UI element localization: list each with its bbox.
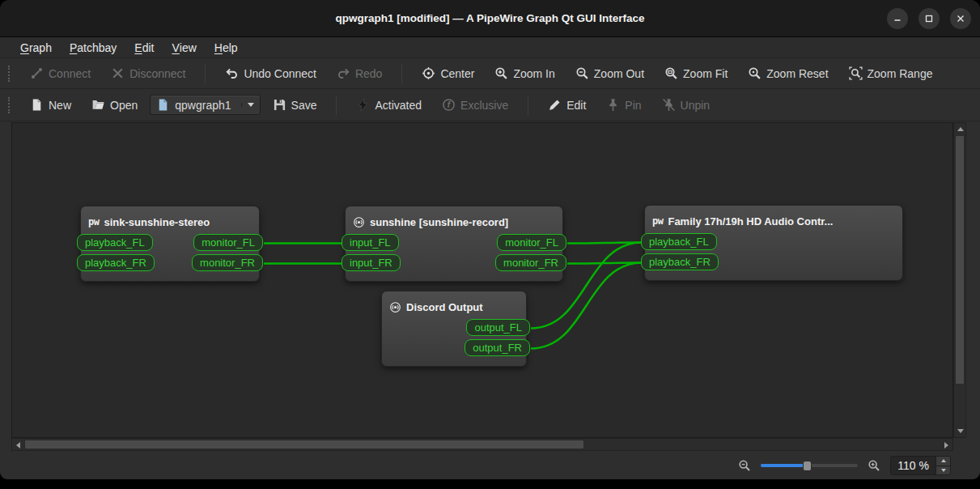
node-title-bar[interactable]: sunshine [sunshine-record] [346, 206, 562, 232]
tool-zoom-in[interactable]: Zoom In [486, 62, 562, 84]
tool-label: Pin [625, 99, 641, 112]
tool-zoom-fit[interactable]: Zoom Fit [656, 62, 736, 84]
zoom-fit-icon [664, 66, 678, 80]
tool-zoom-range[interactable]: Zoom Range [841, 62, 941, 84]
zoom-value: 110 % [891, 457, 935, 474]
tool-pin[interactable]: Pin [598, 94, 649, 116]
titlebar[interactable]: qpwgraph1 [modified] — A PipeWire Graph … [0, 0, 980, 37]
port-playback-fr[interactable]: playback_FR [77, 254, 155, 271]
node-sink[interactable]: pwsink-sunshine-stereoplayback_FLplaybac… [80, 206, 260, 282]
node-title: sink-sunshine-stereo [104, 216, 210, 228]
patchbay-profile-combo[interactable]: qpwgraph1 [150, 95, 260, 115]
port-output-fr[interactable]: output_FR [465, 339, 530, 356]
tool-label: Edit [566, 99, 586, 112]
zoom-spinbox[interactable]: 110 % [890, 456, 951, 475]
window-controls [887, 0, 971, 36]
combo-dropdown-arrow-icon[interactable] [241, 103, 254, 107]
zoom-out-status-icon[interactable] [738, 459, 751, 472]
tool-redo[interactable]: Redo [329, 62, 390, 84]
workarea: pwsink-sunshine-stereoplayback_FLplaybac… [0, 121, 980, 452]
pipewire-icon: pw [652, 215, 663, 227]
tool-zoom-out[interactable]: Zoom Out [567, 62, 652, 84]
tool-open[interactable]: Open [83, 94, 146, 116]
node-sunshine[interactable]: sunshine [sunshine-record]input_FLinput_… [345, 206, 563, 282]
zoom-in-status-icon[interactable] [868, 459, 880, 472]
port-playback-fl[interactable]: playback_FL [641, 233, 717, 250]
toolbar-separator [205, 64, 206, 83]
vertical-scroll-track[interactable] [954, 135, 965, 425]
scroll-up-button[interactable] [954, 123, 966, 135]
zoom-range-icon [849, 66, 863, 80]
tool-save[interactable]: Save [265, 94, 325, 116]
vertical-scrollbar[interactable] [953, 122, 966, 438]
node-ports: output_FLoutput_FR [382, 317, 526, 366]
tool-label: qpwgraph1 [175, 99, 231, 112]
horizontal-scrollbar[interactable] [11, 438, 953, 451]
tool-activated[interactable]: Activated [348, 94, 430, 116]
menu-patchbay[interactable]: Patchbay [61, 37, 125, 57]
scroll-down-button[interactable] [954, 425, 966, 437]
connection-edge[interactable] [567, 243, 642, 244]
node-title: sunshine [sunshine-record] [370, 216, 508, 228]
port-monitor-fr[interactable]: monitor_FR [495, 254, 566, 271]
zoom-slider[interactable] [761, 458, 858, 473]
node-family[interactable]: pwFamily 17h/19h HD Audio Contr...playba… [644, 205, 903, 281]
menu-view[interactable]: View [163, 37, 205, 57]
close-button[interactable] [950, 8, 971, 29]
tool-new[interactable]: New [22, 94, 79, 116]
tool-zoom-reset[interactable]: Zoom Reset [740, 62, 836, 84]
port-input-fr[interactable]: input_FR [342, 254, 401, 271]
tool-edit[interactable]: Edit [540, 94, 594, 116]
tool-label: Exclusive [460, 99, 508, 112]
node-title-bar[interactable]: Discord Output [382, 291, 526, 317]
tool-exclusive[interactable]: fExclusive [434, 94, 516, 116]
port-output-fl[interactable]: output_FL [466, 319, 530, 336]
spin-up-button[interactable] [936, 457, 950, 466]
tool-center[interactable]: Center [414, 62, 482, 84]
tool-label: Center [440, 67, 474, 80]
port-monitor-fl[interactable]: monitor_FL [193, 234, 263, 251]
menu-help[interactable]: Help [206, 37, 247, 57]
menu-edit[interactable]: Edit [125, 37, 163, 57]
port-monitor-fl[interactable]: monitor_FL [497, 234, 566, 251]
tool-disconnect[interactable]: Disconnect [103, 62, 193, 84]
connection-edge[interactable] [567, 263, 642, 264]
menu-graph[interactable]: Graph [11, 37, 61, 57]
port-playback-fr[interactable]: playback_FR [641, 253, 719, 270]
tool-unpin[interactable]: Unpin [654, 94, 719, 116]
toolbar-drag-handle[interactable] [8, 66, 11, 82]
node-discord[interactable]: Discord Outputoutput_FLoutput_FR [381, 291, 527, 367]
graph-canvas[interactable]: pwsink-sunshine-stereoplayback_FLplaybac… [11, 122, 953, 438]
node-ports: playback_FLplayback_FR [645, 232, 902, 280]
tool-label: Unpin [681, 99, 711, 112]
tool-label: Activated [375, 99, 422, 112]
node-title-bar[interactable]: pwFamily 17h/19h HD Audio Contr... [645, 206, 902, 232]
port-input-fl[interactable]: input_FL [342, 234, 399, 251]
toolbar-drag-handle[interactable] [8, 97, 11, 113]
horizontal-scroll-track[interactable] [24, 439, 940, 450]
spin-down-button[interactable] [936, 466, 950, 475]
horizontal-scroll-handle[interactable] [24, 440, 584, 449]
port-playback-fl[interactable]: playback_FL [77, 234, 153, 251]
maximize-button[interactable] [918, 8, 940, 29]
toolbar-separator [528, 96, 528, 115]
minimize-button[interactable] [887, 8, 908, 29]
save-icon [273, 98, 286, 112]
tool-label: Connect [49, 67, 91, 80]
center-icon [422, 66, 435, 80]
activated-icon [356, 98, 370, 112]
edit-icon [548, 98, 562, 112]
menubar: GraphPatchbayEditViewHelp [0, 37, 980, 58]
tool-undo-connect[interactable]: Undo Connect [217, 62, 325, 84]
node-title-bar[interactable]: pwsink-sunshine-stereo [81, 206, 259, 232]
zoom-reset-icon [748, 66, 762, 80]
scroll-left-button[interactable] [12, 439, 24, 451]
file-icon [156, 98, 170, 112]
tool-label: Undo Connect [244, 67, 316, 80]
zoom-slider-handle[interactable] [803, 461, 812, 471]
tool-connect[interactable]: Connect [22, 62, 99, 84]
port-monitor-fr[interactable]: monitor_FR [192, 254, 263, 271]
vertical-scroll-handle[interactable] [955, 135, 965, 385]
app-window: qpwgraph1 [modified] — A PipeWire Graph … [0, 0, 980, 479]
scroll-right-button[interactable] [940, 439, 952, 451]
